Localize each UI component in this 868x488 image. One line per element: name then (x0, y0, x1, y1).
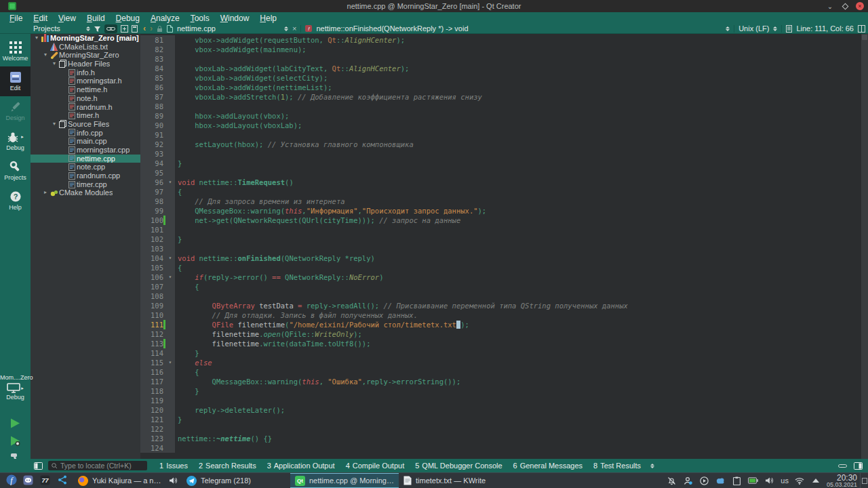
menu-view[interactable]: View (53, 14, 81, 23)
line-ending-dropdown-icon[interactable] (773, 26, 777, 31)
weather-icon[interactable] (715, 476, 726, 486)
minimize-button[interactable]: ⌄ (826, 2, 834, 10)
split-add-icon[interactable] (121, 25, 128, 33)
output-pane-test-results[interactable]: 8 Test Results (588, 462, 646, 470)
code-line-119[interactable]: 119 (140, 396, 861, 405)
menu-window[interactable]: Window (215, 14, 255, 23)
launcher-fedora[interactable]: f (5, 475, 17, 487)
code-line-123[interactable]: 123 nettime::~nettime() {} (140, 434, 861, 443)
tree-item-randnum.h[interactable]: randnum.h (31, 103, 140, 112)
tree-item-main.cpp[interactable]: main.cpp (31, 137, 140, 146)
code-line-96[interactable]: 96 ▾ void nettime::TimeRequest() (140, 178, 861, 187)
tree-open-arrow-icon[interactable]: ▾ (33, 34, 40, 43)
sync-with-editor-toggle[interactable] (104, 24, 117, 33)
launcher-seven7[interactable]: 77 (39, 475, 51, 487)
code-line-89[interactable]: 89 hbox->addLayout(vbox); (140, 111, 861, 121)
menu-build[interactable]: Build (81, 14, 111, 23)
menu-edit[interactable]: Edit (28, 14, 53, 23)
code-line-118[interactable]: 118 } (140, 386, 861, 396)
code-line-106[interactable]: 106 ▾ if(reply->error() == QNetworkReply… (140, 272, 861, 282)
code-line-112[interactable]: 112 filenettime.open(QFile::WriteOnly); (140, 329, 861, 339)
output-pane-qml-debugger-console[interactable]: 5 QML Debugger Console (410, 462, 507, 470)
tree-item-info.h[interactable]: info.h (31, 68, 140, 77)
network-wifi-icon[interactable] (795, 476, 805, 486)
code-line-98[interactable]: 98 // Для запроса времени из интернета (140, 197, 861, 206)
mode-projects[interactable]: Projects (0, 156, 31, 186)
code-line-84[interactable]: 84 vboxLab->addWidget(labCityText, Qt::A… (140, 64, 861, 73)
output-pane-issues[interactable]: 1 Issues (154, 462, 193, 470)
mode-debug[interactable]: ▸ Debug (0, 126, 31, 156)
menu-analyze[interactable]: Analyze (145, 14, 185, 23)
code-line-83[interactable]: 83 (140, 54, 861, 64)
code-line-115[interactable]: 115 ▾ else (140, 358, 861, 367)
pane-selector-dropdown-icon[interactable] (86, 26, 90, 31)
menu-file[interactable]: File (4, 14, 28, 23)
symbol-selector[interactable]: f nettime::onFinished(QNetworkReply *) -… (305, 24, 730, 33)
mode-help[interactable]: ? Help (0, 186, 31, 216)
output-pane-expand-icon[interactable] (650, 464, 654, 468)
code-line-104[interactable]: 104 ▾ void nettime::onFinished(QNetworkR… (140, 253, 861, 263)
code-line-103[interactable]: 103 (140, 244, 861, 253)
output-pane-application-output[interactable]: 3 Application Output (262, 462, 340, 470)
tree-item-note.cpp[interactable]: note.cpp (31, 163, 140, 171)
task-firefox[interactable]: Yuki Kajiura — a new wo... (73, 473, 182, 488)
tree-item-morningstar-zero-main-[interactable]: ▾ MorningStar_Zero [main] (31, 34, 140, 43)
launcher-share[interactable] (56, 475, 68, 487)
run-debug-button[interactable] (0, 435, 31, 449)
audio-playing-icon[interactable] (169, 476, 177, 485)
code-line-113[interactable]: 113 filenettime.write(dataTime.toUtf8())… (140, 339, 861, 348)
tree-item-timer.cpp[interactable]: timer.cpp (31, 180, 140, 189)
code-line-105[interactable]: 105 { (140, 263, 861, 272)
launcher-discord[interactable] (22, 475, 34, 487)
fold-marker-icon[interactable]: ▾ (165, 272, 175, 282)
tree-open-arrow-icon[interactable]: ▾ (42, 51, 49, 60)
go-back-button[interactable]: ‹ (143, 24, 146, 33)
volume-icon[interactable] (764, 476, 774, 486)
mode-welcome[interactable]: Welcome (0, 37, 31, 66)
close-button[interactable]: × (856, 2, 864, 10)
tree-item-info.cpp[interactable]: info.cpp (31, 129, 140, 138)
code-line-93[interactable]: 93 (140, 149, 861, 159)
tree-item-morningstar-zero[interactable]: ▾ MorningStar_Zero (31, 51, 140, 60)
clock[interactable]: 20:30 05.03.2021 (827, 474, 857, 488)
fold-marker-icon[interactable]: ▾ (165, 253, 175, 263)
notifications-muted-icon[interactable] (667, 476, 677, 486)
battery-icon[interactable] (748, 476, 758, 486)
tree-open-arrow-icon[interactable]: ▾ (51, 60, 58, 68)
menu-help[interactable]: Help (254, 14, 282, 23)
code-line-114[interactable]: 114 } (140, 348, 861, 358)
code-line-108[interactable]: 108 (140, 291, 861, 301)
open-document-selector[interactable]: nettime.cpp (177, 24, 280, 33)
show-desktop-button[interactable] (860, 473, 868, 488)
code-line-107[interactable]: 107 { (140, 282, 861, 291)
task-qtcreator[interactable]: Qt nettime.cpp @ MorningStar_... (290, 473, 399, 488)
split-editor-icon[interactable] (858, 25, 865, 33)
code-line-120[interactable]: 120 reply->deleteLater(); (140, 405, 861, 415)
pane-selector[interactable]: Projects (33, 24, 83, 33)
tree-item-morningstar.cpp[interactable]: morningstar.cpp (31, 146, 140, 155)
tree-item-cmake-modules[interactable]: ▸ CMake Modules (31, 188, 140, 197)
output-pane-compile-output[interactable]: 4 Compile Output (340, 462, 410, 470)
code-line-95[interactable]: 95 (140, 168, 861, 178)
code-line-116[interactable]: 116 { (140, 367, 861, 377)
code-line-111[interactable]: 111 QFile filenettime("/home/eixini/Рабо… (140, 320, 861, 329)
code-line-91[interactable]: 91 (140, 130, 861, 140)
menu-debug[interactable]: Debug (111, 14, 145, 23)
kit-selector[interactable]: Mom....Zero ▸ Debug (0, 374, 31, 401)
code-line-124[interactable]: 124 (140, 443, 861, 453)
code-line-81[interactable]: 81 vbox->addWidget(requestButton, Qt::Al… (140, 35, 861, 45)
code-line-90[interactable]: 90 hbox->addLayout(vboxLab); (140, 121, 861, 130)
expand-tray-icon[interactable] (811, 476, 821, 486)
tree-item-cmakelists.txt[interactable]: CMakeLists.txt (31, 43, 140, 52)
toggle-left-sidebar-icon[interactable] (34, 462, 43, 470)
tree-item-timer.h[interactable]: timer.h (31, 111, 140, 120)
fold-marker-icon[interactable]: ▾ (165, 178, 175, 187)
code-line-85[interactable]: 85 vboxLab->addWidget(selectCity); (140, 73, 861, 83)
task-telegram[interactable]: Telegram (218) (182, 473, 290, 488)
code-line-101[interactable]: 101 (140, 225, 861, 235)
tree-item-source-files[interactable]: ▾ Source Files (31, 120, 140, 129)
code-line-88[interactable]: 88 (140, 102, 861, 111)
code-line-109[interactable]: 109 QByteArray testData = reply->readAll… (140, 301, 861, 310)
editor-scrollbar[interactable] (861, 34, 868, 459)
code-line-97[interactable]: 97 { (140, 187, 861, 197)
